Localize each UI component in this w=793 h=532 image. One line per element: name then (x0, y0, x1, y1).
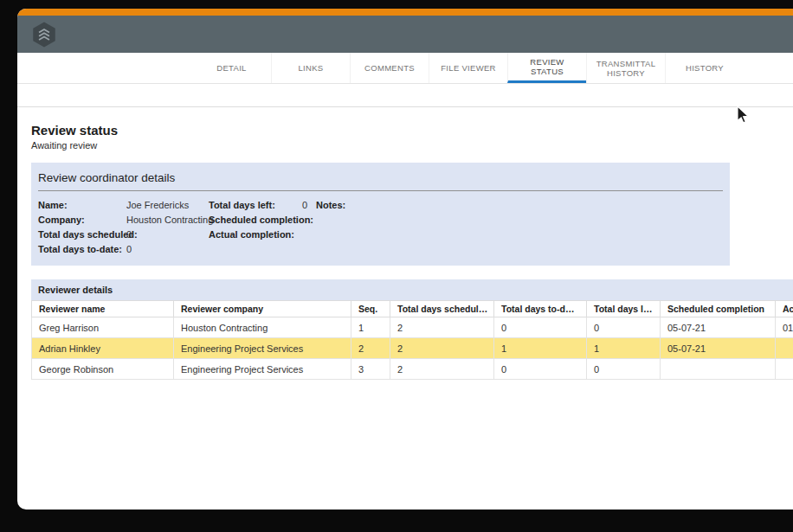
coordinator-days-scheduled-label: Total days scheduled: (38, 229, 126, 240)
cell: Adrian Hinkley (32, 338, 174, 359)
coordinator-days-todate-label: Total days to-date: (38, 244, 126, 254)
coordinator-days-left-value: 0 (302, 200, 316, 210)
column-header-days-left[interactable]: Total days l… (587, 301, 661, 317)
cell: 2 (390, 359, 494, 380)
cell: 1 (351, 317, 390, 338)
cell: 2 (351, 338, 390, 359)
coordinator-company-label: Company: (38, 215, 126, 225)
cell: Engineering Project Services (174, 359, 351, 380)
cell: 0 (494, 359, 587, 380)
coordinator-days-todate-value: 0 (126, 244, 209, 254)
coordinator-actual-completion-value (302, 229, 316, 240)
tab-transmittal-history-label: TRANSMITTAL HISTORY (592, 59, 660, 78)
coordinator-name-label: Name: (38, 200, 126, 210)
coordinator-company-value: Houston Contracting (126, 215, 209, 225)
cell: Houston Contracting (174, 317, 351, 338)
cell: 3 (351, 359, 390, 380)
column-header-seq[interactable]: Seq. (351, 301, 390, 317)
cell: 0 (587, 359, 661, 380)
app-window: DETAIL LINKS COMMENTS FILE VIEWER REVIEW… (17, 9, 793, 510)
coordinator-days-left-label: Total days left: (209, 200, 302, 210)
tab-bar: DETAIL LINKS COMMENTS FILE VIEWER REVIEW… (17, 53, 793, 84)
coordinator-actual-completion-label: Actual completion: (209, 229, 302, 240)
tab-review-status[interactable]: REVIEW STATUS (507, 53, 586, 83)
table-row[interactable]: Greg Harrison Houston Contracting 1 2 0 … (32, 317, 793, 338)
coordinator-panel: Review coordinator details Name: Joe Fre… (31, 163, 730, 266)
table-row-selected[interactable]: Adrian Hinkley Engineering Project Servi… (32, 338, 793, 359)
desktop-background: { "tabs": [ { "label": "DETAIL", "active… (0, 0, 793, 532)
tab-history-label: HISTORY (686, 63, 724, 73)
page-subtitle: Awaiting review (31, 140, 793, 151)
cell: 1 (587, 338, 661, 359)
tab-links[interactable]: LINKS (271, 53, 350, 83)
tab-comments[interactable]: COMMENTS (350, 53, 429, 83)
cell: 2 (390, 317, 494, 338)
tab-file-viewer[interactable]: FILE VIEWER (429, 53, 507, 83)
tab-transmittal-history[interactable]: TRANSMITTAL HISTORY (586, 53, 665, 83)
tab-review-status-label: REVIEW STATUS (513, 57, 581, 76)
cell: 2 (390, 338, 494, 359)
page-title: Review status (31, 123, 793, 138)
cell: 05-07-21 (661, 317, 776, 338)
reviewer-table: Reviewer name Reviewer company Seq. Tota… (31, 300, 793, 380)
table-header-row: Reviewer name Reviewer company Seq. Tota… (32, 301, 793, 317)
tab-file-viewer-label: FILE VIEWER (441, 63, 495, 73)
app-logo-hexagon-icon (29, 20, 59, 49)
coordinator-scheduled-completion-label: Scheduled completion: (209, 215, 302, 225)
cell: 0 (494, 317, 587, 338)
tab-history[interactable]: HISTORY (665, 53, 744, 83)
cell: 05-07-21 (661, 338, 776, 359)
accent-bar (17, 9, 793, 16)
column-header-days-todate[interactable]: Total days to-d… (494, 301, 587, 317)
cell: George Robinson (32, 359, 174, 380)
review-status-panel: Review status Awaiting review Review coo… (17, 123, 793, 380)
cell (776, 359, 793, 380)
tab-detail-label: DETAIL (216, 63, 246, 73)
cell: Engineering Project Services (174, 338, 351, 359)
column-header-actual[interactable]: Act… (776, 301, 793, 317)
cell (776, 338, 793, 359)
table-row[interactable]: George Robinson Engineering Project Serv… (32, 359, 793, 380)
coordinator-notes-value (316, 215, 723, 225)
coordinator-scheduled-completion-value (302, 215, 316, 225)
reviewer-details-section: Reviewer details Reviewer name Reviewer … (31, 279, 793, 380)
tab-comments-label: COMMENTS (364, 63, 415, 73)
column-header-reviewer-company[interactable]: Reviewer company (174, 301, 351, 317)
reviewer-details-header: Reviewer details (31, 279, 793, 300)
app-header (17, 16, 793, 53)
coordinator-notes-label: Notes: (316, 200, 723, 210)
toolbar-spacer (17, 84, 793, 107)
coordinator-days-scheduled-value: 0 (126, 229, 209, 240)
cell (661, 359, 776, 380)
cell: 1 (494, 338, 587, 359)
coordinator-panel-title: Review coordinator details (38, 170, 723, 191)
coordinator-fields: Name: Joe Fredericks Total days left: 0 … (38, 200, 723, 254)
cell: 0 (587, 317, 661, 338)
coordinator-name-value: Joe Fredericks (126, 200, 209, 210)
column-header-scheduled-completion[interactable]: Scheduled completion (661, 301, 776, 317)
tab-links-label: LINKS (299, 63, 324, 73)
tab-detail[interactable]: DETAIL (192, 53, 271, 83)
column-header-days-scheduled[interactable]: Total days schedul… (390, 301, 494, 317)
cell: 01- (776, 317, 793, 338)
cell: Greg Harrison (32, 317, 174, 338)
column-header-reviewer-name[interactable]: Reviewer name (32, 301, 174, 317)
